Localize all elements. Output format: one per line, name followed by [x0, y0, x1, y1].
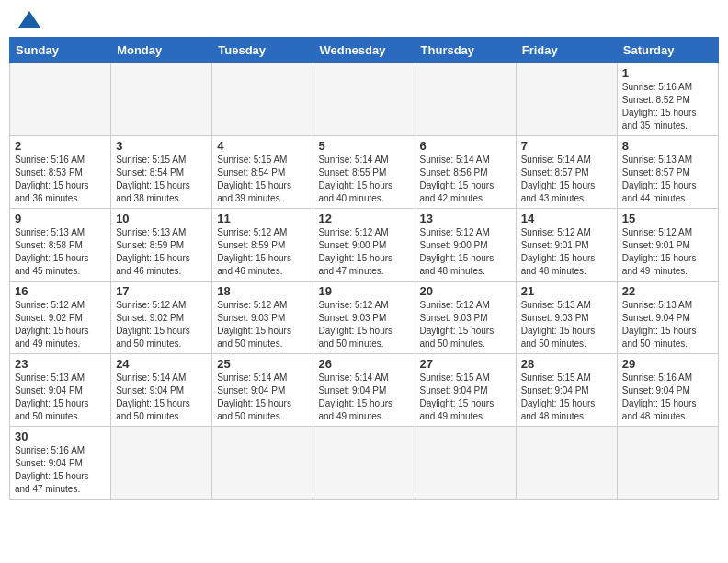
- calendar-cell: 17Sunrise: 5:12 AM Sunset: 9:02 PM Dayli…: [111, 282, 212, 354]
- calendar-cell: [212, 63, 313, 136]
- day-info: Sunrise: 5:13 AM Sunset: 8:58 PM Dayligh…: [15, 226, 106, 278]
- day-number: 3: [116, 139, 207, 153]
- calendar-cell: 2Sunrise: 5:16 AM Sunset: 8:53 PM Daylig…: [10, 136, 111, 209]
- svg-marker-0: [18, 11, 40, 28]
- day-info: Sunrise: 5:12 AM Sunset: 9:03 PM Dayligh…: [420, 299, 511, 350]
- day-info: Sunrise: 5:12 AM Sunset: 9:02 PM Dayligh…: [15, 299, 106, 350]
- calendar-cell: [313, 63, 415, 136]
- calendar-cell: 26Sunrise: 5:14 AM Sunset: 9:04 PM Dayli…: [313, 354, 415, 427]
- week-row-6: 30Sunrise: 5:16 AM Sunset: 9:04 PM Dayli…: [10, 427, 719, 500]
- weekday-header-thursday: Thursday: [415, 38, 516, 63]
- day-info: Sunrise: 5:16 AM Sunset: 9:04 PM Dayligh…: [622, 372, 713, 423]
- calendar-cell: 25Sunrise: 5:14 AM Sunset: 9:04 PM Dayli…: [212, 354, 313, 427]
- day-number: 5: [318, 139, 409, 153]
- weekday-header-sunday: Sunday: [10, 38, 111, 63]
- calendar-cell: [111, 63, 212, 136]
- calendar-cell: 20Sunrise: 5:12 AM Sunset: 9:03 PM Dayli…: [415, 282, 516, 354]
- week-row-4: 16Sunrise: 5:12 AM Sunset: 9:02 PM Dayli…: [10, 282, 719, 354]
- calendar-cell: 18Sunrise: 5:12 AM Sunset: 9:03 PM Dayli…: [212, 282, 313, 354]
- day-number: 30: [15, 430, 106, 443]
- day-number: 15: [622, 212, 713, 225]
- day-number: 19: [318, 284, 409, 298]
- day-info: Sunrise: 5:13 AM Sunset: 9:03 PM Dayligh…: [521, 299, 612, 350]
- calendar-cell: 3Sunrise: 5:15 AM Sunset: 8:54 PM Daylig…: [111, 136, 212, 209]
- weekday-header-saturday: Saturday: [617, 38, 718, 63]
- day-info: Sunrise: 5:16 AM Sunset: 9:04 PM Dayligh…: [15, 444, 106, 496]
- day-number: 7: [521, 139, 612, 153]
- day-number: 9: [15, 212, 106, 225]
- day-info: Sunrise: 5:15 AM Sunset: 8:54 PM Dayligh…: [217, 154, 308, 205]
- day-number: 17: [116, 284, 207, 298]
- calendar-cell: [10, 63, 111, 136]
- day-info: Sunrise: 5:12 AM Sunset: 9:00 PM Dayligh…: [318, 226, 409, 278]
- calendar-cell: 16Sunrise: 5:12 AM Sunset: 9:02 PM Dayli…: [10, 282, 111, 354]
- calendar-cell: 21Sunrise: 5:13 AM Sunset: 9:03 PM Dayli…: [516, 282, 617, 354]
- calendar-cell: 6Sunrise: 5:14 AM Sunset: 8:56 PM Daylig…: [415, 136, 516, 209]
- day-info: Sunrise: 5:14 AM Sunset: 8:55 PM Dayligh…: [318, 154, 409, 205]
- day-info: Sunrise: 5:12 AM Sunset: 9:00 PM Dayligh…: [420, 226, 511, 278]
- day-number: 20: [420, 284, 511, 298]
- day-number: 8: [622, 139, 713, 153]
- calendar-cell: 4Sunrise: 5:15 AM Sunset: 8:54 PM Daylig…: [212, 136, 313, 209]
- calendar-cell: 22Sunrise: 5:13 AM Sunset: 9:04 PM Dayli…: [617, 282, 718, 354]
- calendar-table: SundayMondayTuesdayWednesdayThursdayFrid…: [9, 37, 719, 500]
- day-number: 22: [622, 284, 713, 298]
- weekday-header-tuesday: Tuesday: [212, 38, 313, 63]
- calendar-cell: 8Sunrise: 5:13 AM Sunset: 8:57 PM Daylig…: [617, 136, 718, 209]
- calendar-cell: 12Sunrise: 5:12 AM Sunset: 9:00 PM Dayli…: [313, 209, 415, 282]
- day-number: 28: [521, 357, 612, 371]
- day-info: Sunrise: 5:13 AM Sunset: 8:59 PM Dayligh…: [116, 226, 207, 278]
- calendar-cell: 15Sunrise: 5:12 AM Sunset: 9:01 PM Dayli…: [617, 209, 718, 282]
- day-number: 21: [521, 284, 612, 298]
- calendar-cell: 11Sunrise: 5:12 AM Sunset: 8:59 PM Dayli…: [212, 209, 313, 282]
- day-number: 27: [420, 357, 511, 371]
- day-info: Sunrise: 5:16 AM Sunset: 8:52 PM Dayligh…: [622, 81, 713, 132]
- day-info: Sunrise: 5:14 AM Sunset: 8:56 PM Dayligh…: [420, 154, 511, 205]
- calendar-cell: 24Sunrise: 5:14 AM Sunset: 9:04 PM Dayli…: [111, 354, 212, 427]
- day-number: 10: [116, 212, 207, 225]
- calendar-cell: 13Sunrise: 5:12 AM Sunset: 9:00 PM Dayli…: [415, 209, 516, 282]
- day-number: 4: [217, 139, 308, 153]
- calendar-cell: 27Sunrise: 5:15 AM Sunset: 9:04 PM Dayli…: [415, 354, 516, 427]
- day-number: 1: [622, 66, 713, 80]
- day-number: 13: [420, 212, 511, 225]
- day-number: 11: [217, 212, 308, 225]
- calendar-cell: [617, 427, 718, 500]
- calendar-cell: 5Sunrise: 5:14 AM Sunset: 8:55 PM Daylig…: [313, 136, 415, 209]
- day-number: 2: [15, 139, 106, 153]
- day-info: Sunrise: 5:15 AM Sunset: 9:04 PM Dayligh…: [521, 372, 612, 423]
- day-info: Sunrise: 5:16 AM Sunset: 8:53 PM Dayligh…: [15, 154, 106, 205]
- day-info: Sunrise: 5:14 AM Sunset: 9:04 PM Dayligh…: [318, 372, 409, 423]
- day-number: 6: [420, 139, 511, 153]
- day-number: 18: [217, 284, 308, 298]
- calendar-cell: 30Sunrise: 5:16 AM Sunset: 9:04 PM Dayli…: [10, 427, 111, 500]
- day-info: Sunrise: 5:12 AM Sunset: 9:02 PM Dayligh…: [116, 299, 207, 350]
- day-number: 26: [318, 357, 409, 371]
- weekday-header-row: SundayMondayTuesdayWednesdayThursdayFrid…: [10, 38, 719, 63]
- weekday-header-wednesday: Wednesday: [313, 38, 415, 63]
- week-row-5: 23Sunrise: 5:13 AM Sunset: 9:04 PM Dayli…: [10, 354, 719, 427]
- calendar-cell: [516, 427, 617, 500]
- week-row-3: 9Sunrise: 5:13 AM Sunset: 8:58 PM Daylig…: [10, 209, 719, 282]
- day-info: Sunrise: 5:15 AM Sunset: 8:54 PM Dayligh…: [116, 154, 207, 205]
- calendar-cell: 29Sunrise: 5:16 AM Sunset: 9:04 PM Dayli…: [617, 354, 718, 427]
- calendar-cell: [313, 427, 415, 500]
- calendar-cell: 10Sunrise: 5:13 AM Sunset: 8:59 PM Dayli…: [111, 209, 212, 282]
- day-info: Sunrise: 5:12 AM Sunset: 9:03 PM Dayligh…: [318, 299, 409, 350]
- day-number: 16: [15, 284, 106, 298]
- day-info: Sunrise: 5:12 AM Sunset: 9:03 PM Dayligh…: [217, 299, 308, 350]
- calendar-cell: [415, 427, 516, 500]
- day-number: 12: [318, 212, 409, 225]
- calendar-cell: [415, 63, 516, 136]
- day-number: 24: [116, 357, 207, 371]
- week-row-2: 2Sunrise: 5:16 AM Sunset: 8:53 PM Daylig…: [10, 136, 719, 209]
- calendar-cell: 7Sunrise: 5:14 AM Sunset: 8:57 PM Daylig…: [516, 136, 617, 209]
- weekday-header-friday: Friday: [516, 38, 617, 63]
- weekday-header-monday: Monday: [111, 38, 212, 63]
- day-info: Sunrise: 5:12 AM Sunset: 9:01 PM Dayligh…: [622, 226, 713, 278]
- day-info: Sunrise: 5:15 AM Sunset: 9:04 PM Dayligh…: [420, 372, 511, 423]
- logo-icon: [17, 9, 42, 29]
- calendar-cell: [516, 63, 617, 136]
- calendar-cell: 28Sunrise: 5:15 AM Sunset: 9:04 PM Dayli…: [516, 354, 617, 427]
- day-number: 14: [521, 212, 612, 225]
